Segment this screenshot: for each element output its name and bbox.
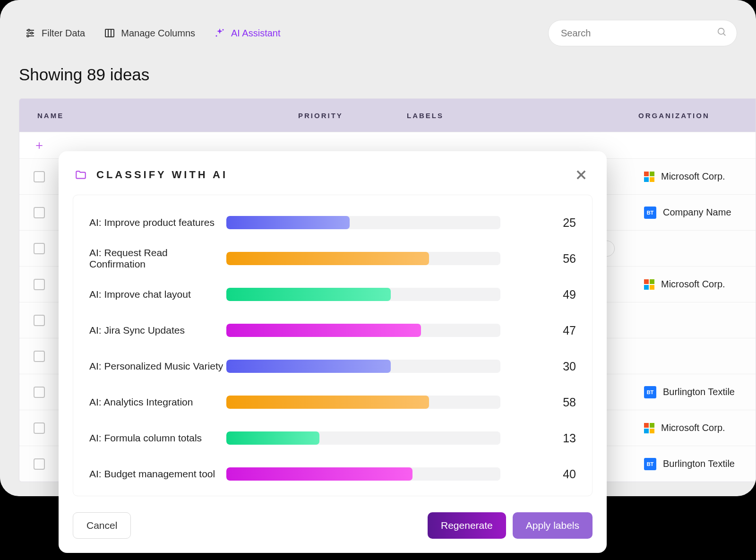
- row-checkbox[interactable]: [34, 422, 45, 434]
- bar-fill: [226, 252, 429, 265]
- col-priority[interactable]: PRIORITY: [298, 112, 407, 120]
- close-icon[interactable]: [575, 168, 588, 181]
- bar-track: [226, 396, 500, 409]
- columns-label: Manage Columns: [121, 28, 195, 39]
- bar-fill: [226, 324, 421, 337]
- apply-labels-button[interactable]: Apply labels: [513, 512, 593, 539]
- sparkles-icon: [214, 27, 225, 39]
- svg-point-10: [216, 35, 217, 37]
- item-label: AI: Improve chat layout: [89, 289, 226, 300]
- row-checkbox[interactable]: [34, 171, 45, 182]
- classification-item[interactable]: AI: Jira Sync Updates47: [73, 312, 592, 348]
- item-value: 25: [500, 216, 576, 230]
- search-input[interactable]: [561, 28, 717, 39]
- bar-track: [226, 252, 500, 265]
- org-name: Burlington Textile: [663, 458, 735, 469]
- item-value: 13: [500, 431, 576, 445]
- svg-point-1: [28, 29, 30, 31]
- svg-point-9: [223, 29, 224, 31]
- folder-icon: [75, 169, 87, 181]
- org-name: Microsoft Corp.: [661, 279, 725, 290]
- item-label: AI: Analytics Integration: [89, 396, 226, 408]
- item-value: 58: [500, 396, 576, 409]
- regenerate-button[interactable]: Regenerate: [428, 512, 506, 539]
- modal-footer: Cancel Regenerate Apply labels: [59, 496, 607, 539]
- row-checkbox[interactable]: [34, 387, 45, 398]
- item-label: AI: Formula column totals: [89, 432, 226, 444]
- page-title: Showing 89 ideas: [0, 46, 756, 98]
- item-label: AI: Request Read Confirmation: [89, 247, 226, 270]
- svg-point-5: [27, 35, 29, 37]
- toolbar: Filter Data Manage Columns AI Assistant: [0, 0, 756, 46]
- org-name: Microsoft Corp.: [661, 422, 725, 433]
- org-cell[interactable]: Microsoft Corp.: [644, 171, 725, 182]
- manage-columns-button[interactable]: Manage Columns: [104, 27, 195, 39]
- org-cell[interactable]: Microsoft Corp.: [644, 279, 725, 290]
- bar-track: [226, 467, 500, 481]
- bar-fill: [226, 216, 350, 229]
- org-cell[interactable]: BTBurlington Textile: [644, 458, 735, 470]
- col-labels[interactable]: LABELS: [407, 112, 638, 120]
- row-checkbox[interactable]: [34, 243, 45, 254]
- item-label: AI: Jira Sync Updates: [89, 325, 226, 336]
- org-cell[interactable]: BTBurlington Textile: [644, 386, 735, 398]
- plus-icon: [34, 141, 44, 150]
- svg-point-11: [718, 28, 724, 34]
- microsoft-icon: [644, 423, 654, 433]
- classification-item[interactable]: AI: Request Read Confirmation56: [73, 241, 592, 276]
- table-header: NAME PRIORITY LABELS ORGANIZATION: [19, 99, 756, 132]
- classification-item[interactable]: AI: Personalized Music Variety30: [73, 348, 592, 384]
- item-value: 56: [500, 252, 576, 266]
- microsoft-icon: [644, 172, 654, 182]
- org-name: Company Name: [663, 207, 731, 218]
- item-value: 47: [500, 324, 576, 337]
- row-checkbox[interactable]: [34, 207, 45, 218]
- item-label: AI: Improve product features: [89, 217, 226, 228]
- row-checkbox[interactable]: [34, 351, 45, 362]
- org-cell[interactable]: BTCompany Name: [644, 207, 731, 219]
- row-checkbox[interactable]: [34, 315, 45, 326]
- row-checkbox[interactable]: [34, 279, 45, 290]
- ai-assistant-button[interactable]: AI Assistant: [214, 27, 281, 39]
- modal-header: CLASSIFY WITH AI: [59, 151, 607, 195]
- filter-label: Filter Data: [42, 28, 85, 39]
- classification-item[interactable]: AI: Improve product features25: [73, 205, 592, 241]
- svg-line-12: [723, 34, 726, 36]
- bar-track: [226, 216, 500, 229]
- svg-point-3: [31, 32, 33, 34]
- row-checkbox[interactable]: [34, 458, 45, 470]
- classification-item[interactable]: AI: Formula column totals13: [73, 420, 592, 456]
- company-badge-icon: BT: [644, 458, 656, 470]
- classification-item[interactable]: AI: Analytics Integration58: [73, 384, 592, 420]
- org-cell[interactable]: Microsoft Corp.: [644, 422, 725, 433]
- bar-fill: [226, 360, 391, 373]
- microsoft-icon: [644, 279, 654, 290]
- columns-icon: [104, 27, 115, 39]
- cancel-button[interactable]: Cancel: [73, 512, 131, 539]
- item-label: AI: Budget management tool: [89, 468, 226, 480]
- col-name[interactable]: NAME: [19, 112, 298, 120]
- sliders-icon: [25, 27, 36, 39]
- ai-label: AI Assistant: [231, 28, 281, 39]
- bar-fill: [226, 288, 391, 301]
- bar-fill: [226, 467, 412, 481]
- item-label: AI: Personalized Music Variety: [89, 361, 226, 372]
- bar-track: [226, 324, 500, 337]
- org-name: Burlington Textile: [663, 387, 735, 397]
- item-value: 49: [500, 288, 576, 302]
- classify-modal: CLASSIFY WITH AI AI: Improve product fea…: [59, 151, 607, 553]
- item-value: 40: [500, 467, 576, 481]
- svg-rect-6: [105, 29, 114, 37]
- col-organization[interactable]: ORGANIZATION: [638, 112, 756, 120]
- classification-item[interactable]: AI: Budget management tool40: [73, 456, 592, 492]
- modal-title: CLASSIFY WITH AI: [96, 169, 228, 181]
- bar-fill: [226, 431, 319, 445]
- search-field[interactable]: [548, 20, 737, 46]
- bar-track: [226, 431, 500, 445]
- bar-track: [226, 360, 500, 373]
- classification-list: AI: Improve product features25AI: Reques…: [73, 195, 593, 496]
- bar-fill: [226, 396, 429, 409]
- filter-data-button[interactable]: Filter Data: [25, 27, 85, 39]
- company-badge-icon: BT: [644, 386, 656, 398]
- classification-item[interactable]: AI: Improve chat layout49: [73, 276, 592, 312]
